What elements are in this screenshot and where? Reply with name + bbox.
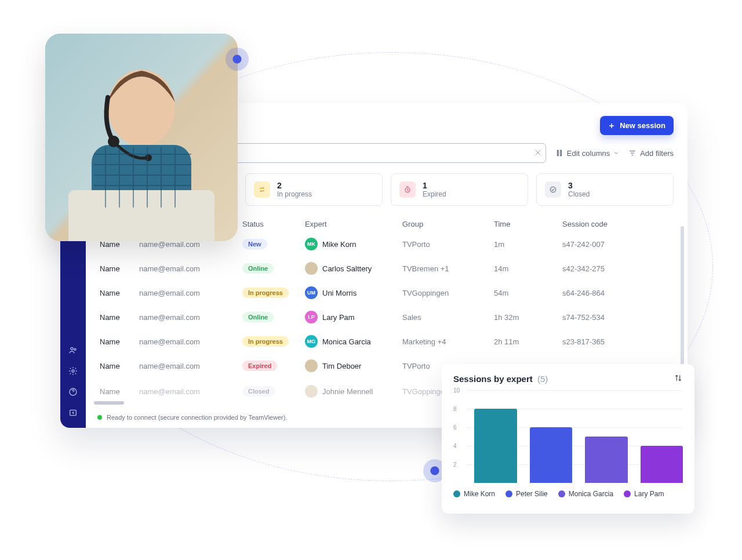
status-badge: Online (242, 312, 274, 322)
legend-item[interactable]: Peter Silie (505, 490, 548, 498)
vertical-scrollbar[interactable] (681, 226, 684, 384)
status-badge: Expired (242, 361, 277, 371)
cell-group: Marketing +4 (402, 337, 489, 346)
filter-icon (628, 149, 636, 157)
cell-session-code: s64-246-864 (562, 289, 672, 297)
y-tick: 2 (453, 461, 457, 468)
svg-point-16 (550, 187, 555, 192)
table-row[interactable]: Namename@email.comOnlineLPLary PamSales1… (100, 305, 674, 329)
legend-label: Lary Pam (634, 490, 664, 498)
add-filters-button[interactable]: Add filters (628, 149, 674, 158)
clear-icon[interactable] (534, 148, 541, 158)
cell-name: Name (100, 362, 134, 370)
legend-swatch-icon (558, 490, 565, 497)
new-session-label: New session (620, 121, 665, 130)
cell-status: In progress (242, 288, 300, 298)
legend-swatch-icon (505, 490, 512, 497)
cell-expert: Carlos Salttery (305, 262, 398, 275)
columns-icon (555, 149, 563, 157)
status-badge: Online (242, 263, 274, 274)
svg-point-10 (72, 370, 74, 372)
legend-item[interactable]: Lary Pam (624, 490, 664, 498)
legend-item[interactable]: Mike Korn (453, 490, 495, 498)
timer-icon (399, 181, 416, 198)
cell-expert: UMUni Morris (305, 286, 398, 299)
avatar: MK (305, 238, 318, 250)
chart-bar[interactable] (474, 409, 517, 483)
svg-rect-4 (68, 190, 214, 241)
avatar (305, 385, 318, 398)
stat-label: In progress (277, 190, 312, 198)
sessions-by-expert-chart: Sessions by expert (5) 246810 Mike KornP… (442, 364, 694, 514)
cell-expert: Johnie Mennell (305, 385, 398, 398)
cell-group: TVBremen +1 (402, 264, 489, 273)
horizontal-scrollbar[interactable] (94, 401, 124, 405)
avatar: LP (305, 311, 318, 323)
decorative-dot (225, 48, 249, 71)
stat-card[interactable]: 2In progress (245, 173, 383, 206)
col-expert[interactable]: Expert (305, 220, 398, 228)
chart-title: Sessions by expert (453, 374, 533, 384)
svg-point-1 (108, 70, 175, 146)
status-badge: Closed (242, 386, 275, 397)
legend-item[interactable]: Monica Garcia (558, 490, 613, 498)
stat-card[interactable]: 3Closed (536, 173, 674, 206)
chart-bar[interactable] (585, 437, 628, 483)
col-session-code[interactable]: Session code (562, 220, 672, 228)
status-badge: New (242, 239, 267, 249)
stat-card[interactable]: 1Expired (391, 173, 528, 206)
users-icon[interactable] (68, 346, 78, 357)
svg-point-9 (74, 348, 76, 350)
cell-email: name@email.com (139, 387, 238, 396)
cell-time: 2h 11m (494, 337, 558, 346)
cell-group: TVGoppingen (402, 289, 489, 297)
chart-bar[interactable] (530, 427, 573, 483)
chart-bar[interactable] (641, 446, 683, 483)
plus-icon (608, 122, 615, 129)
collapse-icon[interactable] (68, 408, 78, 420)
table-row[interactable]: Namename@email.comIn progressMGMonica Ga… (100, 329, 674, 354)
legend-label: Peter Silie (516, 490, 548, 498)
cell-session-code: s42-342-275 (562, 264, 672, 273)
chart-sort-button[interactable] (674, 373, 683, 384)
svg-point-8 (71, 347, 73, 350)
status-badge: In progress (242, 336, 289, 347)
col-group[interactable]: Group (402, 220, 489, 228)
avatar: MG (305, 335, 318, 348)
cell-time: 54m (494, 289, 558, 297)
sort-icon (674, 373, 683, 383)
table-row[interactable]: Namename@email.comOnlineCarlos SaltteryT… (100, 256, 674, 281)
cell-email: name@email.com (139, 313, 238, 322)
y-tick: 8 (453, 406, 457, 412)
edit-columns-button[interactable]: Edit columns (555, 149, 619, 158)
add-filters-label: Add filters (640, 149, 674, 158)
check-icon (545, 181, 561, 198)
cell-status: Closed (242, 386, 300, 397)
cell-name: Name (100, 337, 134, 346)
cell-email: name@email.com (139, 337, 238, 346)
legend-swatch-icon (624, 490, 631, 497)
cell-status: Expired (242, 361, 300, 371)
cell-time: 1h 32m (494, 313, 558, 322)
cell-status: In progress (242, 336, 300, 347)
cell-expert: MGMonica Garcia (305, 335, 398, 348)
col-status[interactable]: Status (242, 220, 300, 228)
cell-session-code: s74-752-534 (562, 313, 672, 322)
table-row[interactable]: Namename@email.comIn progressUMUni Morri… (100, 281, 674, 305)
y-tick: 4 (453, 443, 457, 449)
stat-label: Closed (568, 190, 590, 198)
svg-point-6 (145, 154, 152, 161)
cell-session-code: s47-242-007 (562, 240, 672, 249)
cell-email: name@email.com (139, 264, 238, 273)
status-badge: In progress (242, 288, 289, 298)
gear-icon[interactable] (68, 366, 78, 378)
col-time[interactable]: Time (494, 220, 558, 228)
edit-columns-label: Edit columns (567, 149, 610, 158)
help-icon[interactable] (68, 387, 78, 399)
new-session-button[interactable]: New session (600, 116, 674, 135)
cell-time: 1m (494, 240, 558, 249)
stat-label: Expired (423, 190, 446, 198)
y-tick: 10 (453, 387, 460, 394)
cell-session-code: s23-817-365 (562, 337, 672, 346)
legend-label: Mike Korn (464, 490, 495, 498)
